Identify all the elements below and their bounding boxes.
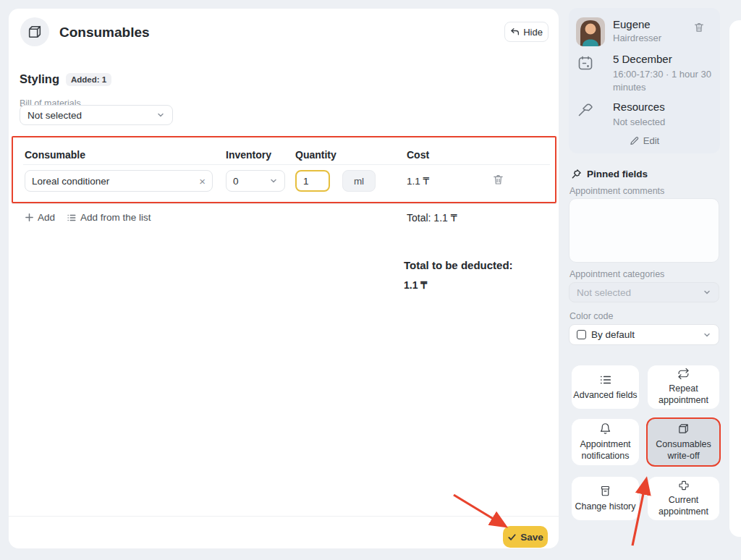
add-button[interactable]: Add xyxy=(25,212,55,223)
col-quantity: Quantity xyxy=(295,149,336,161)
trash-icon xyxy=(492,173,504,186)
consumable-field[interactable]: × xyxy=(25,170,213,192)
pinned-fields-header: Pinned fields xyxy=(571,169,648,179)
unit-value: ml xyxy=(354,176,364,187)
col-inventory: Inventory xyxy=(226,149,271,161)
plus-icon xyxy=(678,480,690,491)
add-button-label: Add xyxy=(38,212,55,223)
chevron-down-icon xyxy=(269,177,278,185)
consumables-screen: Consumables Hide Styling Added: 1 Bill o… xyxy=(0,0,741,560)
quantity-field[interactable] xyxy=(295,170,330,192)
color-code-value: By default xyxy=(591,329,635,340)
deduct-label: Total to be deducted: xyxy=(404,259,513,271)
deduct-value: 1.1 ₸ xyxy=(404,279,427,291)
footer-divider xyxy=(9,516,559,517)
repeat-icon xyxy=(677,368,690,380)
edit-button-label: Edit xyxy=(643,135,659,146)
staff-name: Eugene xyxy=(613,18,651,30)
color-code-select[interactable]: By default xyxy=(569,324,719,345)
service-section-title: Styling xyxy=(20,72,59,86)
comments-label: Appointment comments xyxy=(569,186,664,196)
hammer-icon xyxy=(577,101,594,118)
repeat-appointment-button[interactable]: Repeat appointment xyxy=(648,365,719,409)
quantity-input[interactable] xyxy=(303,176,322,187)
categories-label: Appointment categories xyxy=(569,269,664,279)
row-cost: 1.1 ₸ xyxy=(407,175,429,187)
adjacent-panel-edge xyxy=(729,20,741,537)
color-swatch xyxy=(577,330,586,339)
inventory-value: 0 xyxy=(233,176,239,187)
appointment-notifications-label: Appointment notifications xyxy=(573,439,638,462)
pinned-fields-label: Pinned fields xyxy=(587,169,648,179)
consumables-write-off-label: Consumables write-off xyxy=(649,439,718,462)
resources-title: Resources xyxy=(613,101,665,113)
edit-button[interactable]: Edit xyxy=(569,135,720,146)
consumable-input[interactable] xyxy=(32,176,199,187)
advanced-fields-button[interactable]: Advanced fields xyxy=(572,365,639,409)
add-from-list-button[interactable]: Add from the list xyxy=(67,212,151,223)
color-code-label: Color code xyxy=(569,311,613,321)
comments-textarea[interactable] xyxy=(569,198,719,263)
resources-value: Not selected xyxy=(613,116,720,129)
plus-icon xyxy=(25,213,34,222)
unit-field: ml xyxy=(342,170,376,192)
added-count-badge: Added: 1 xyxy=(66,73,111,86)
bill-of-materials-select[interactable]: Not selected xyxy=(20,105,173,125)
appointment-time: 16:00-17:30 · 1 hour 30 minutes xyxy=(613,68,720,93)
list-icon xyxy=(67,213,77,223)
pencil-icon xyxy=(630,136,639,145)
total-line: Total: 1.1 ₸ xyxy=(407,212,457,224)
table-bottom-divider xyxy=(12,203,556,204)
calendar-icon xyxy=(577,54,594,72)
cube-icon xyxy=(20,17,49,46)
advanced-fields-label: Advanced fields xyxy=(573,390,637,402)
cube-icon xyxy=(677,423,690,436)
chevron-down-icon xyxy=(703,331,711,339)
categories-value: Not selected xyxy=(577,287,631,298)
col-consumable: Consumable xyxy=(25,149,85,161)
archive-icon xyxy=(599,485,611,498)
trash-icon xyxy=(693,21,705,33)
bell-icon xyxy=(599,423,611,436)
save-button[interactable]: Save xyxy=(503,526,548,548)
appointment-summary-card: Eugene Hairdresser 5 December 16:00-17:3… xyxy=(569,8,720,153)
pin-icon xyxy=(571,169,582,179)
appointment-date: 5 December xyxy=(613,53,672,65)
current-appointment-button[interactable]: Current appointment xyxy=(648,477,719,520)
repeat-appointment-label: Repeat appointment xyxy=(649,383,718,406)
hide-button-label: Hide xyxy=(523,27,543,38)
change-history-label: Change history xyxy=(575,501,635,513)
check-icon xyxy=(507,533,517,542)
inventory-select[interactable]: 0 xyxy=(226,170,285,192)
add-from-list-label: Add from the list xyxy=(80,212,151,223)
appointment-notifications-button[interactable]: Appointment notifications xyxy=(572,419,639,465)
current-appointment-label: Current appointment xyxy=(649,495,718,517)
categories-select[interactable]: Not selected xyxy=(569,282,719,302)
chevron-down-icon xyxy=(156,111,165,119)
page-title: Consumables xyxy=(59,25,150,41)
table-header-divider xyxy=(23,164,550,165)
staff-role: Hairdresser xyxy=(613,33,661,43)
hide-button[interactable]: Hide xyxy=(504,22,549,42)
return-arrow-icon xyxy=(510,27,520,37)
change-history-button[interactable]: Change history xyxy=(572,477,639,520)
clear-icon[interactable]: × xyxy=(199,176,206,187)
chevron-down-icon xyxy=(703,288,711,297)
bill-of-materials-value: Not selected xyxy=(27,110,82,121)
consumables-write-off-button[interactable]: Consumables write-off xyxy=(646,417,721,467)
list-icon xyxy=(599,373,612,386)
remove-staff-button[interactable] xyxy=(693,21,705,33)
consumables-panel: Consumables Hide Styling Added: 1 Bill o… xyxy=(9,9,559,548)
col-cost: Cost xyxy=(407,149,429,161)
save-button-label: Save xyxy=(520,532,543,543)
delete-row-button[interactable] xyxy=(492,173,504,186)
avatar xyxy=(576,17,605,46)
